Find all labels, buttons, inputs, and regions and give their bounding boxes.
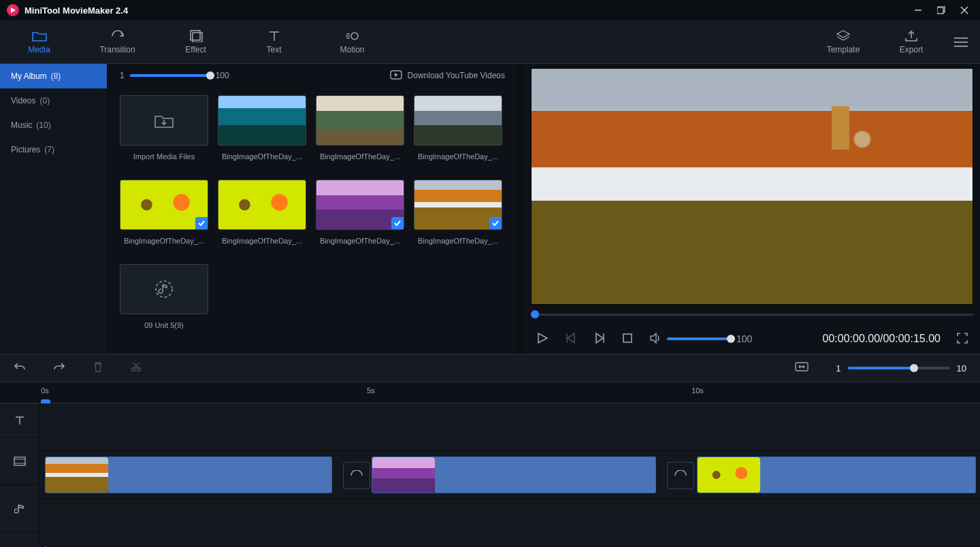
transition-slot[interactable]: [343, 462, 370, 489]
media-thumbnail[interactable]: [218, 95, 306, 146]
media-item[interactable]: BingImageOfTheDay_...: [414, 180, 502, 245]
split-button[interactable]: [131, 361, 142, 375]
volume-slider[interactable]: [667, 337, 731, 340]
video-track-head[interactable]: [0, 437, 39, 485]
media-thumbnail[interactable]: [218, 180, 306, 230]
fit-button[interactable]: [795, 362, 808, 374]
media-thumbnail[interactable]: [120, 95, 208, 146]
next-frame-button[interactable]: [593, 332, 606, 346]
audio-track-head[interactable]: [0, 485, 39, 533]
svg-marker-22: [568, 333, 574, 343]
video-track[interactable]: [39, 451, 980, 499]
import-icon: [154, 112, 174, 129]
volume-value: 100: [736, 333, 752, 344]
minimize-button[interactable]: [906, 1, 930, 20]
check-icon: [489, 217, 502, 229]
svg-point-29: [137, 368, 141, 371]
audio-icon: [154, 279, 174, 299]
volume-icon[interactable]: [649, 332, 662, 346]
stop-button[interactable]: [622, 333, 633, 346]
media-item-label: BingImageOfTheDay_...: [414, 237, 502, 245]
effect-icon: [189, 30, 203, 42]
tab-media[interactable]: Media: [0, 24, 78, 60]
tab-text[interactable]: Text: [235, 24, 313, 60]
tab-motion[interactable]: Motion: [313, 24, 391, 60]
media-thumbnail[interactable]: [316, 95, 404, 146]
media-item-label: BingImageOfTheDay_...: [316, 237, 404, 245]
play-button[interactable]: [536, 332, 549, 346]
media-thumbnail[interactable]: [414, 180, 502, 230]
preview-canvas: [531, 68, 973, 305]
folder-icon: [32, 30, 47, 42]
svg-point-20: [156, 281, 172, 297]
media-item[interactable]: BingImageOfTheDay_...: [414, 95, 502, 161]
svg-rect-3: [937, 7, 943, 14]
tab-effect[interactable]: Effect: [157, 24, 235, 60]
template-icon: [836, 30, 851, 42]
timeline-zoom-min: 1: [836, 363, 840, 374]
svg-marker-0: [11, 7, 16, 13]
audio-track[interactable]: [39, 499, 980, 546]
media-zoom-slider[interactable]: [130, 74, 210, 77]
media-thumbnail[interactable]: [316, 180, 404, 230]
preview-scrubber[interactable]: [531, 305, 973, 324]
prev-frame-button[interactable]: [565, 332, 577, 346]
check-icon: [195, 217, 208, 229]
media-thumbnail[interactable]: [414, 95, 502, 146]
titlebar: MiniTool MovieMaker 2.4: [0, 0, 980, 20]
media-item-label: 09 Unit 5(9): [120, 321, 208, 329]
timeline-clip[interactable]: [45, 457, 332, 493]
transition-slot[interactable]: [667, 462, 694, 489]
media-item[interactable]: Import Media Files: [120, 95, 208, 161]
svg-point-28: [132, 368, 135, 371]
svg-rect-7: [193, 33, 202, 42]
panel-divider[interactable]: [517, 64, 524, 354]
fullscreen-button[interactable]: [957, 333, 968, 346]
app-title: MiniTool MovieMaker 2.4: [24, 5, 128, 16]
sidebar-item-pictures[interactable]: Pictures (7): [0, 137, 107, 162]
app-logo-icon: [7, 4, 19, 16]
download-youtube-link[interactable]: Download YouTube Videos: [390, 70, 505, 82]
media-zoom-min: 1: [120, 71, 125, 80]
text-track-head[interactable]: [0, 403, 39, 437]
top-toolbar: Media Transition Effect Text Motion Temp…: [0, 20, 980, 64]
timeline-zoom-max: 10: [957, 363, 966, 374]
svg-marker-24: [596, 333, 603, 343]
delete-button[interactable]: [93, 361, 103, 375]
timeline-zoom-slider[interactable]: [848, 367, 950, 369]
redo-button[interactable]: [53, 361, 65, 375]
timeline-clip[interactable]: [697, 457, 976, 493]
media-item-label: BingImageOfTheDay_...: [218, 152, 306, 161]
export-button[interactable]: Export: [877, 24, 945, 60]
sidebar-item-videos[interactable]: Videos (0): [0, 88, 107, 113]
media-item-label: BingImageOfTheDay_...: [218, 237, 306, 245]
media-thumbnail[interactable]: [120, 180, 208, 230]
media-item[interactable]: BingImageOfTheDay_...: [218, 95, 306, 161]
media-item-label: Import Media Files: [120, 152, 208, 161]
media-item[interactable]: BingImageOfTheDay_...: [120, 180, 208, 245]
media-item[interactable]: BingImageOfTheDay_...: [316, 180, 404, 245]
media-panel: 1 100 Download YouTube Videos Import Med…: [108, 64, 517, 354]
timeline-ruler[interactable]: 0s 5s 10s: [0, 382, 980, 403]
maximize-button[interactable]: [930, 1, 953, 20]
sidebar-item-music[interactable]: Music (10): [0, 113, 107, 137]
media-item[interactable]: BingImageOfTheDay_...: [218, 180, 306, 245]
template-button[interactable]: Template: [809, 24, 877, 60]
media-zoom-max: 100: [216, 71, 229, 80]
tab-transition[interactable]: Transition: [78, 24, 157, 60]
svg-rect-26: [623, 334, 632, 342]
media-item[interactable]: BingImageOfTheDay_...: [316, 95, 404, 161]
timeline-clip[interactable]: [372, 457, 656, 493]
media-item[interactable]: 09 Unit 5(9): [120, 264, 208, 329]
sidebar-item-myalbum[interactable]: My Album (8): [0, 64, 107, 88]
export-icon: [904, 30, 919, 42]
motion-icon: [345, 30, 360, 42]
close-button[interactable]: [953, 1, 976, 20]
svg-marker-21: [538, 333, 547, 343]
preview-time: 00:00:00.00/00:00:15.00: [823, 333, 941, 345]
undo-button[interactable]: [14, 361, 26, 375]
text-track[interactable]: [39, 403, 980, 451]
timeline-tracks[interactable]: [39, 403, 980, 547]
hamburger-button[interactable]: [945, 37, 976, 48]
media-thumbnail[interactable]: [120, 264, 208, 314]
